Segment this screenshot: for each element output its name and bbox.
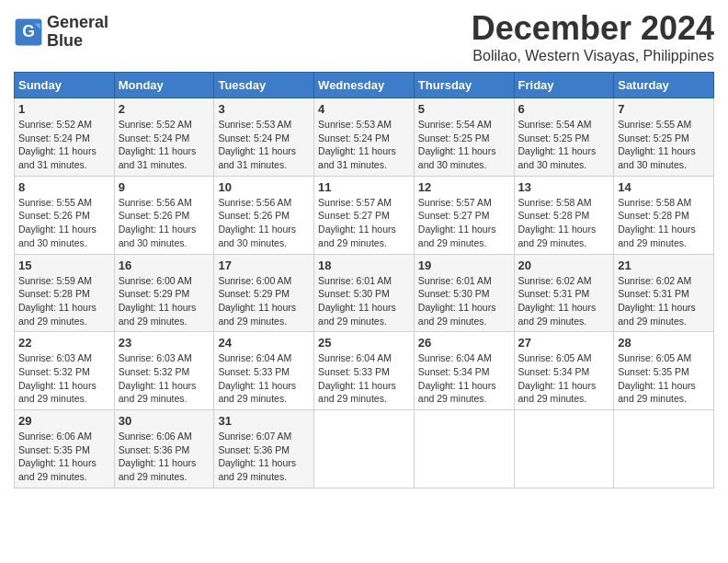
day-detail: Sunrise: 6:06 AMSunset: 5:36 PMDaylight:… <box>119 431 197 482</box>
calendar-cell: 11Sunrise: 5:57 AMSunset: 5:27 PMDayligh… <box>314 176 415 254</box>
day-number: 16 <box>119 259 210 272</box>
day-detail: Sunrise: 5:55 AMSunset: 5:25 PMDaylight:… <box>618 119 696 170</box>
header-wednesday: Wednesday <box>314 73 415 98</box>
day-detail: Sunrise: 5:57 AMSunset: 5:27 PMDaylight:… <box>318 197 396 248</box>
calendar-cell: 29Sunrise: 6:06 AMSunset: 5:35 PMDayligh… <box>15 410 115 488</box>
day-detail: Sunrise: 5:52 AMSunset: 5:24 PMDaylight:… <box>119 119 197 170</box>
day-detail: Sunrise: 6:03 AMSunset: 5:32 PMDaylight:… <box>18 352 97 404</box>
day-detail: Sunrise: 5:58 AMSunset: 5:28 PMDaylight:… <box>518 197 597 248</box>
week-row-3: 15Sunrise: 5:59 AMSunset: 5:28 PMDayligh… <box>15 254 714 332</box>
day-number: 11 <box>318 180 410 194</box>
day-number: 22 <box>18 336 110 350</box>
header-tuesday: Tuesday <box>214 73 314 98</box>
calendar-cell: 27Sunrise: 6:05 AMSunset: 5:34 PMDayligh… <box>514 332 614 410</box>
calendar-cell: 18Sunrise: 6:01 AMSunset: 5:30 PMDayligh… <box>314 254 415 332</box>
logo: G General Blue <box>14 14 108 51</box>
calendar-cell: 26Sunrise: 6:04 AMSunset: 5:34 PMDayligh… <box>414 332 514 410</box>
day-number: 19 <box>418 259 510 272</box>
calendar-cell: 14Sunrise: 5:58 AMSunset: 5:28 PMDayligh… <box>614 176 714 254</box>
day-number: 26 <box>418 336 510 350</box>
calendar-cell: 9Sunrise: 5:56 AMSunset: 5:26 PMDaylight… <box>114 176 214 254</box>
calendar-cell: 21Sunrise: 6:02 AMSunset: 5:31 PMDayligh… <box>614 254 714 332</box>
day-number: 28 <box>618 336 710 350</box>
day-detail: Sunrise: 5:56 AMSunset: 5:26 PMDaylight:… <box>119 197 197 248</box>
day-number: 10 <box>218 180 310 194</box>
header-sunday: Sunday <box>15 73 115 98</box>
header-monday: Monday <box>114 73 214 98</box>
calendar-cell: 19Sunrise: 6:01 AMSunset: 5:30 PMDayligh… <box>414 254 514 332</box>
title-area: December 2024 Bolilao, Western Visayas, … <box>472 9 714 64</box>
day-detail: Sunrise: 6:04 AMSunset: 5:33 PMDaylight:… <box>318 352 396 404</box>
calendar-cell: 13Sunrise: 5:58 AMSunset: 5:28 PMDayligh… <box>514 176 614 254</box>
day-number: 12 <box>418 180 510 194</box>
day-number: 4 <box>318 102 410 116</box>
day-number: 1 <box>18 102 110 116</box>
page-subtitle: Bolilao, Western Visayas, Philippines <box>472 48 714 64</box>
calendar-cell: 15Sunrise: 5:59 AMSunset: 5:28 PMDayligh… <box>15 254 115 332</box>
svg-text:G: G <box>22 22 35 40</box>
day-number: 31 <box>218 414 310 428</box>
calendar-cell: 31Sunrise: 6:07 AMSunset: 5:36 PMDayligh… <box>214 410 314 488</box>
calendar-cell: 25Sunrise: 6:04 AMSunset: 5:33 PMDayligh… <box>314 332 415 410</box>
week-row-4: 22Sunrise: 6:03 AMSunset: 5:32 PMDayligh… <box>15 332 714 410</box>
day-detail: Sunrise: 5:58 AMSunset: 5:28 PMDaylight:… <box>618 197 696 248</box>
calendar-cell: 1Sunrise: 5:52 AMSunset: 5:24 PMDaylight… <box>15 98 115 177</box>
calendar-cell <box>614 410 714 488</box>
logo-icon: G <box>14 17 43 47</box>
day-detail: Sunrise: 6:01 AMSunset: 5:30 PMDaylight:… <box>318 275 396 327</box>
calendar-cell: 30Sunrise: 6:06 AMSunset: 5:36 PMDayligh… <box>114 410 214 488</box>
day-number: 24 <box>218 336 310 350</box>
header-saturday: Saturday <box>614 73 714 98</box>
calendar-cell <box>514 410 614 488</box>
calendar-cell: 12Sunrise: 5:57 AMSunset: 5:27 PMDayligh… <box>414 176 514 254</box>
calendar-cell: 28Sunrise: 6:05 AMSunset: 5:35 PMDayligh… <box>614 332 714 410</box>
calendar-cell: 7Sunrise: 5:55 AMSunset: 5:25 PMDaylight… <box>614 98 714 177</box>
calendar-cell: 6Sunrise: 5:54 AMSunset: 5:25 PMDaylight… <box>514 98 614 177</box>
logo-line1: General <box>47 14 108 32</box>
day-number: 5 <box>418 102 510 116</box>
week-row-2: 8Sunrise: 5:55 AMSunset: 5:26 PMDaylight… <box>15 176 714 254</box>
week-row-5: 29Sunrise: 6:06 AMSunset: 5:35 PMDayligh… <box>15 410 714 488</box>
calendar-cell: 10Sunrise: 5:56 AMSunset: 5:26 PMDayligh… <box>214 176 314 254</box>
day-number: 6 <box>518 102 610 116</box>
calendar-cell: 5Sunrise: 5:54 AMSunset: 5:25 PMDaylight… <box>414 98 514 177</box>
day-number: 29 <box>18 414 110 428</box>
day-number: 23 <box>119 336 210 350</box>
calendar-cell: 16Sunrise: 6:00 AMSunset: 5:29 PMDayligh… <box>114 254 214 332</box>
day-detail: Sunrise: 6:00 AMSunset: 5:29 PMDaylight:… <box>218 275 296 327</box>
day-number: 14 <box>618 180 710 194</box>
day-detail: Sunrise: 6:00 AMSunset: 5:29 PMDaylight:… <box>119 275 197 327</box>
day-detail: Sunrise: 6:04 AMSunset: 5:34 PMDaylight:… <box>418 352 496 404</box>
week-row-1: 1Sunrise: 5:52 AMSunset: 5:24 PMDaylight… <box>15 98 714 177</box>
header-thursday: Thursday <box>414 73 514 98</box>
day-detail: Sunrise: 6:04 AMSunset: 5:33 PMDaylight:… <box>218 352 296 404</box>
calendar-cell: 4Sunrise: 5:53 AMSunset: 5:24 PMDaylight… <box>314 98 415 177</box>
day-number: 27 <box>518 336 610 350</box>
day-number: 20 <box>518 259 610 272</box>
day-detail: Sunrise: 6:07 AMSunset: 5:36 PMDaylight:… <box>218 431 296 482</box>
day-number: 2 <box>119 102 210 116</box>
day-number: 21 <box>618 259 710 272</box>
calendar-cell: 2Sunrise: 5:52 AMSunset: 5:24 PMDaylight… <box>114 98 214 177</box>
calendar-cell: 8Sunrise: 5:55 AMSunset: 5:26 PMDaylight… <box>15 176 115 254</box>
calendar-cell <box>414 410 514 488</box>
calendar-cell: 3Sunrise: 5:53 AMSunset: 5:24 PMDaylight… <box>214 98 314 177</box>
day-detail: Sunrise: 6:05 AMSunset: 5:35 PMDaylight:… <box>618 352 696 404</box>
page-header: G General Blue December 2024 Bolilao, We… <box>14 9 714 64</box>
day-number: 25 <box>318 336 410 350</box>
day-number: 15 <box>18 259 110 272</box>
day-number: 18 <box>318 259 410 272</box>
calendar-cell: 24Sunrise: 6:04 AMSunset: 5:33 PMDayligh… <box>214 332 314 410</box>
calendar-cell: 22Sunrise: 6:03 AMSunset: 5:32 PMDayligh… <box>15 332 115 410</box>
day-detail: Sunrise: 6:06 AMSunset: 5:35 PMDaylight:… <box>18 431 97 482</box>
calendar-cell <box>314 410 415 488</box>
day-detail: Sunrise: 6:03 AMSunset: 5:32 PMDaylight:… <box>119 352 197 404</box>
day-detail: Sunrise: 5:54 AMSunset: 5:25 PMDaylight:… <box>418 119 496 170</box>
day-detail: Sunrise: 6:02 AMSunset: 5:31 PMDaylight:… <box>618 275 696 327</box>
calendar-header-row: SundayMondayTuesdayWednesdayThursdayFrid… <box>15 73 714 98</box>
day-detail: Sunrise: 6:05 AMSunset: 5:34 PMDaylight:… <box>518 352 597 404</box>
calendar-table: SundayMondayTuesdayWednesdayThursdayFrid… <box>14 72 714 488</box>
day-detail: Sunrise: 5:53 AMSunset: 5:24 PMDaylight:… <box>218 119 296 170</box>
day-detail: Sunrise: 5:56 AMSunset: 5:26 PMDaylight:… <box>218 197 296 248</box>
day-number: 9 <box>119 180 210 194</box>
